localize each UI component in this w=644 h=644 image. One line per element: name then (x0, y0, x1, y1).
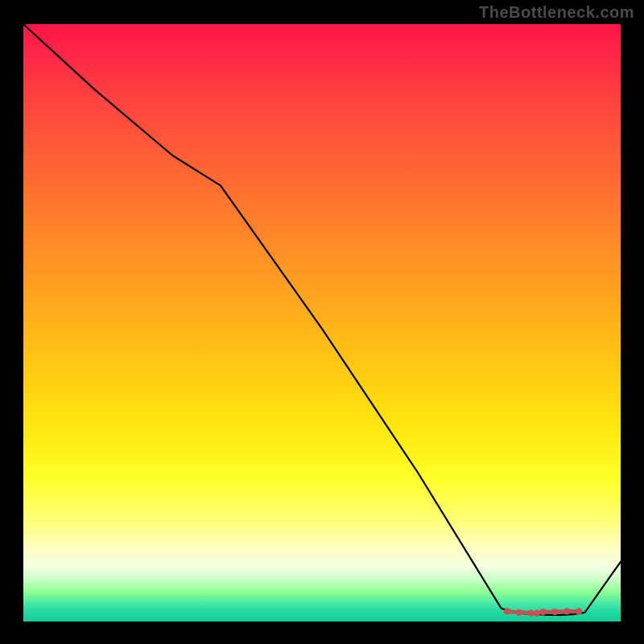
data-marker (516, 609, 522, 616)
watermark-text: TheBottleneck.com (479, 3, 634, 22)
data-marker (551, 609, 558, 615)
data-marker (539, 609, 546, 615)
data-marker (564, 608, 570, 614)
chart-svg (23, 24, 621, 621)
data-marker (534, 609, 540, 616)
data-marker (528, 609, 535, 616)
chart-container: TheBottleneck.com (0, 0, 644, 644)
plot-area (23, 24, 621, 621)
data-marker (576, 608, 582, 614)
data-marker (504, 608, 510, 614)
data-curve (23, 24, 621, 615)
